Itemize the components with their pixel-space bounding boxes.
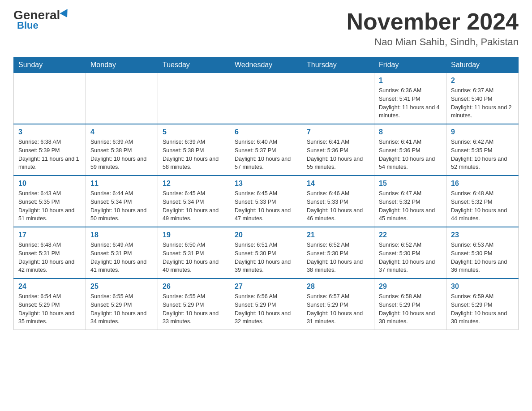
calendar-cell: 28Sunrise: 6:57 AMSunset: 5:29 PMDayligh… (302, 278, 374, 330)
day-header-thursday: Thursday (302, 57, 374, 73)
day-info: Sunrise: 6:36 AMSunset: 5:41 PMDaylight:… (379, 86, 442, 120)
calendar-cell: 9Sunrise: 6:42 AMSunset: 5:35 PMDaylight… (446, 124, 519, 176)
day-info: Sunrise: 6:40 AMSunset: 5:37 PMDaylight:… (235, 138, 297, 171)
day-number: 2 (451, 77, 514, 85)
day-info: Sunrise: 6:44 AMSunset: 5:34 PMDaylight:… (90, 189, 153, 223)
calendar-cell: 2Sunrise: 6:37 AMSunset: 5:40 PMDaylight… (446, 73, 519, 124)
day-number: 18 (90, 231, 153, 239)
calendar-header-row: SundayMondayTuesdayWednesdayThursdayFrid… (14, 57, 519, 73)
calendar-cell: 19Sunrise: 6:50 AMSunset: 5:31 PMDayligh… (158, 227, 230, 278)
day-info: Sunrise: 6:48 AMSunset: 5:31 PMDaylight:… (18, 241, 81, 274)
day-header-friday: Friday (374, 57, 446, 73)
calendar-cell: 29Sunrise: 6:58 AMSunset: 5:29 PMDayligh… (374, 278, 446, 330)
calendar-cell (86, 73, 158, 124)
day-header-sunday: Sunday (14, 57, 86, 73)
day-info: Sunrise: 6:52 AMSunset: 5:30 PMDaylight:… (379, 241, 442, 274)
day-header-wednesday: Wednesday (230, 57, 302, 73)
day-number: 16 (451, 180, 514, 188)
title-area: November 2024 Nao Mian Sahib, Sindh, Pak… (347, 9, 519, 48)
day-info: Sunrise: 6:47 AMSunset: 5:32 PMDaylight:… (379, 189, 442, 223)
day-number: 25 (90, 283, 153, 291)
day-number: 9 (451, 128, 514, 136)
day-info: Sunrise: 6:39 AMSunset: 5:38 PMDaylight:… (163, 138, 225, 171)
day-info: Sunrise: 6:41 AMSunset: 5:36 PMDaylight:… (307, 138, 369, 171)
day-info: Sunrise: 6:41 AMSunset: 5:36 PMDaylight:… (379, 138, 442, 171)
day-info: Sunrise: 6:58 AMSunset: 5:29 PMDaylight:… (379, 292, 442, 326)
subtitle: Nao Mian Sahib, Sindh, Pakistan (347, 36, 519, 48)
day-number: 28 (307, 283, 369, 291)
day-number: 4 (90, 128, 153, 136)
calendar-cell: 26Sunrise: 6:55 AMSunset: 5:29 PMDayligh… (158, 278, 230, 330)
calendar-cell: 21Sunrise: 6:52 AMSunset: 5:30 PMDayligh… (302, 227, 374, 278)
calendar-cell: 17Sunrise: 6:48 AMSunset: 5:31 PMDayligh… (14, 227, 86, 278)
day-info: Sunrise: 6:46 AMSunset: 5:33 PMDaylight:… (307, 189, 369, 223)
day-info: Sunrise: 6:45 AMSunset: 5:33 PMDaylight:… (235, 189, 297, 223)
day-header-tuesday: Tuesday (158, 57, 230, 73)
calendar-week-row: 10Sunrise: 6:43 AMSunset: 5:35 PMDayligh… (14, 176, 519, 227)
calendar-cell: 16Sunrise: 6:48 AMSunset: 5:32 PMDayligh… (446, 176, 519, 227)
calendar-week-row: 1Sunrise: 6:36 AMSunset: 5:41 PMDaylight… (14, 73, 519, 124)
main-title: November 2024 (347, 9, 519, 34)
calendar-table: SundayMondayTuesdayWednesdayThursdayFrid… (13, 57, 519, 330)
calendar-cell (158, 73, 230, 124)
day-info: Sunrise: 6:56 AMSunset: 5:29 PMDaylight:… (235, 292, 297, 326)
day-number: 7 (307, 128, 369, 136)
day-info: Sunrise: 6:43 AMSunset: 5:35 PMDaylight:… (18, 189, 81, 223)
day-number: 3 (18, 128, 81, 136)
calendar-cell: 6Sunrise: 6:40 AMSunset: 5:37 PMDaylight… (230, 124, 302, 176)
day-number: 22 (379, 231, 442, 239)
calendar-cell: 12Sunrise: 6:45 AMSunset: 5:34 PMDayligh… (158, 176, 230, 227)
day-number: 6 (235, 128, 297, 136)
day-number: 20 (235, 231, 297, 239)
day-info: Sunrise: 6:51 AMSunset: 5:30 PMDaylight:… (235, 241, 297, 274)
day-number: 10 (18, 180, 81, 188)
calendar-cell: 27Sunrise: 6:56 AMSunset: 5:29 PMDayligh… (230, 278, 302, 330)
calendar-cell: 14Sunrise: 6:46 AMSunset: 5:33 PMDayligh… (302, 176, 374, 227)
calendar-week-row: 3Sunrise: 6:38 AMSunset: 5:39 PMDaylight… (14, 124, 519, 176)
day-header-monday: Monday (86, 57, 158, 73)
header: General Blue November 2024 Nao Mian Sahi… (13, 9, 519, 48)
day-number: 15 (379, 180, 442, 188)
calendar-cell (230, 73, 302, 124)
calendar-cell (14, 73, 86, 124)
calendar-cell: 22Sunrise: 6:52 AMSunset: 5:30 PMDayligh… (374, 227, 446, 278)
day-number: 24 (18, 283, 81, 291)
day-info: Sunrise: 6:49 AMSunset: 5:31 PMDaylight:… (90, 241, 153, 274)
logo-blue-text: Blue (13, 20, 39, 31)
day-number: 19 (163, 231, 225, 239)
calendar-cell: 13Sunrise: 6:45 AMSunset: 5:33 PMDayligh… (230, 176, 302, 227)
calendar-week-row: 24Sunrise: 6:54 AMSunset: 5:29 PMDayligh… (14, 278, 519, 330)
day-info: Sunrise: 6:50 AMSunset: 5:31 PMDaylight:… (163, 241, 225, 274)
calendar-cell: 5Sunrise: 6:39 AMSunset: 5:38 PMDaylight… (158, 124, 230, 176)
day-info: Sunrise: 6:37 AMSunset: 5:40 PMDaylight:… (451, 86, 514, 120)
day-info: Sunrise: 6:45 AMSunset: 5:34 PMDaylight:… (163, 189, 225, 223)
day-info: Sunrise: 6:39 AMSunset: 5:38 PMDaylight:… (90, 138, 153, 171)
day-number: 11 (90, 180, 153, 188)
calendar-cell: 10Sunrise: 6:43 AMSunset: 5:35 PMDayligh… (14, 176, 86, 227)
calendar-cell: 11Sunrise: 6:44 AMSunset: 5:34 PMDayligh… (86, 176, 158, 227)
day-info: Sunrise: 6:42 AMSunset: 5:35 PMDaylight:… (451, 138, 514, 171)
day-info: Sunrise: 6:55 AMSunset: 5:29 PMDaylight:… (163, 292, 225, 326)
day-info: Sunrise: 6:57 AMSunset: 5:29 PMDaylight:… (307, 292, 369, 326)
calendar-cell: 15Sunrise: 6:47 AMSunset: 5:32 PMDayligh… (374, 176, 446, 227)
logo: General Blue (13, 9, 70, 31)
day-number: 8 (379, 128, 442, 136)
day-info: Sunrise: 6:52 AMSunset: 5:30 PMDaylight:… (307, 241, 369, 274)
calendar-cell: 1Sunrise: 6:36 AMSunset: 5:41 PMDaylight… (374, 73, 446, 124)
day-number: 13 (235, 180, 297, 188)
calendar-cell: 20Sunrise: 6:51 AMSunset: 5:30 PMDayligh… (230, 227, 302, 278)
calendar-cell: 25Sunrise: 6:55 AMSunset: 5:29 PMDayligh… (86, 278, 158, 330)
day-info: Sunrise: 6:48 AMSunset: 5:32 PMDaylight:… (451, 189, 514, 223)
day-number: 29 (379, 283, 442, 291)
day-info: Sunrise: 6:54 AMSunset: 5:29 PMDaylight:… (18, 292, 81, 326)
day-number: 1 (379, 77, 442, 85)
day-info: Sunrise: 6:59 AMSunset: 5:29 PMDaylight:… (451, 292, 514, 326)
calendar-cell: 3Sunrise: 6:38 AMSunset: 5:39 PMDaylight… (14, 124, 86, 176)
day-number: 12 (163, 180, 225, 188)
day-number: 23 (451, 231, 514, 239)
calendar-cell: 23Sunrise: 6:53 AMSunset: 5:30 PMDayligh… (446, 227, 519, 278)
calendar-cell (302, 73, 374, 124)
calendar-cell: 7Sunrise: 6:41 AMSunset: 5:36 PMDaylight… (302, 124, 374, 176)
calendar-cell: 18Sunrise: 6:49 AMSunset: 5:31 PMDayligh… (86, 227, 158, 278)
calendar-week-row: 17Sunrise: 6:48 AMSunset: 5:31 PMDayligh… (14, 227, 519, 278)
